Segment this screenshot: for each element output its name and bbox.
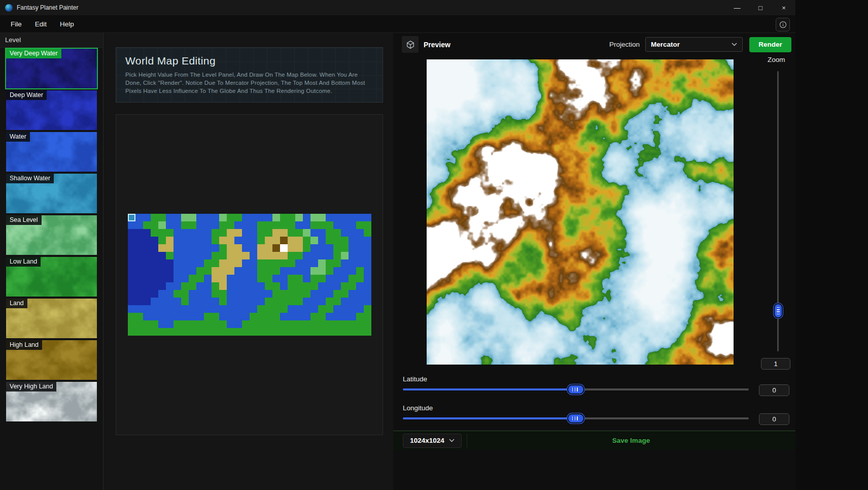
map-cell[interactable]	[280, 237, 288, 244]
map-cell[interactable]	[234, 282, 242, 290]
map-cell[interactable]	[318, 282, 326, 290]
map-cell[interactable]	[158, 252, 166, 259]
map-cell[interactable]	[196, 237, 204, 244]
map-cell[interactable]	[356, 320, 364, 328]
map-cell[interactable]	[303, 237, 310, 244]
map-cell[interactable]	[303, 267, 310, 275]
map-cell[interactable]	[204, 229, 212, 237]
map-cell[interactable]	[204, 259, 212, 267]
menu-edit[interactable]: Edit	[28, 17, 53, 31]
map-cell[interactable]	[189, 221, 196, 229]
map-cell[interactable]	[272, 328, 280, 336]
map-cell[interactable]	[189, 320, 196, 328]
map-cell[interactable]	[173, 237, 181, 244]
map-cell[interactable]	[219, 320, 227, 328]
map-cell[interactable]	[310, 298, 318, 305]
map-cell[interactable]	[181, 244, 189, 252]
map-cell[interactable]	[288, 229, 295, 237]
map-cell[interactable]	[341, 275, 349, 282]
map-cell[interactable]	[166, 282, 173, 290]
map-cell[interactable]	[128, 298, 135, 305]
map-cell[interactable]	[265, 244, 272, 252]
map-cell[interactable]	[242, 237, 250, 244]
zoom-value[interactable]: 1	[761, 358, 790, 370]
map-cell[interactable]	[265, 275, 272, 282]
map-cell[interactable]	[181, 259, 189, 267]
map-cell[interactable]	[189, 282, 196, 290]
map-cell[interactable]	[151, 305, 158, 313]
map-cell[interactable]	[333, 305, 341, 313]
map-cell[interactable]	[303, 252, 310, 259]
map-cell[interactable]	[250, 229, 257, 237]
map-cell[interactable]	[196, 244, 204, 252]
map-cell[interactable]	[242, 313, 250, 320]
map-cell[interactable]	[158, 259, 166, 267]
map-cell[interactable]	[318, 221, 326, 229]
map-cell[interactable]	[318, 290, 326, 298]
map-cell[interactable]	[356, 282, 364, 290]
map-cell[interactable]	[288, 290, 295, 298]
map-cell[interactable]	[310, 221, 318, 229]
map-cell[interactable]	[333, 267, 341, 275]
longitude-slider-thumb[interactable]	[568, 414, 583, 422]
map-cell[interactable]	[166, 290, 173, 298]
map-cell[interactable]	[272, 298, 280, 305]
map-cell[interactable]	[265, 237, 272, 244]
level-item-very-high-land[interactable]: Very High Land	[5, 381, 98, 422]
map-cell[interactable]	[189, 214, 196, 221]
map-cell[interactable]	[189, 237, 196, 244]
map-cell[interactable]	[212, 290, 219, 298]
map-cell[interactable]	[212, 313, 219, 320]
map-cell[interactable]	[135, 214, 143, 221]
map-cell[interactable]	[189, 328, 196, 336]
map-cell[interactable]	[295, 252, 303, 259]
map-cell[interactable]	[166, 267, 173, 275]
map-cell[interactable]	[280, 320, 288, 328]
map-cell[interactable]	[333, 298, 341, 305]
map-cell[interactable]	[173, 320, 181, 328]
map-cell[interactable]	[257, 275, 265, 282]
map-cell[interactable]	[288, 282, 295, 290]
map-cell[interactable]	[227, 237, 234, 244]
map-cell[interactable]	[265, 221, 272, 229]
map-cell[interactable]	[242, 282, 250, 290]
map-cell[interactable]	[356, 290, 364, 298]
map-cell[interactable]	[242, 305, 250, 313]
map-cell[interactable]	[212, 305, 219, 313]
map-cell[interactable]	[288, 313, 295, 320]
map-cell[interactable]	[181, 267, 189, 275]
map-cell[interactable]	[173, 290, 181, 298]
map-cell[interactable]	[189, 244, 196, 252]
map-cell[interactable]	[196, 282, 204, 290]
map-cell[interactable]	[204, 298, 212, 305]
map-cell[interactable]	[173, 282, 181, 290]
map-cell[interactable]	[181, 275, 189, 282]
map-cell[interactable]	[364, 214, 371, 221]
map-cell[interactable]	[151, 282, 158, 290]
map-cell[interactable]	[280, 282, 288, 290]
map-cell[interactable]	[250, 221, 257, 229]
map-cell[interactable]	[128, 313, 135, 320]
map-cell[interactable]	[272, 214, 280, 221]
map-cell[interactable]	[173, 275, 181, 282]
longitude-value[interactable]: 0	[759, 413, 789, 425]
map-cell[interactable]	[196, 305, 204, 313]
map-cell[interactable]	[166, 252, 173, 259]
map-cell[interactable]	[166, 221, 173, 229]
map-cell[interactable]	[310, 320, 318, 328]
map-cell[interactable]	[128, 252, 135, 259]
map-cell[interactable]	[295, 214, 303, 221]
map-cell[interactable]	[212, 252, 219, 259]
map-cell[interactable]	[151, 290, 158, 298]
map-cell[interactable]	[356, 328, 364, 336]
map-cell[interactable]	[303, 305, 310, 313]
map-cell[interactable]	[234, 313, 242, 320]
map-cell[interactable]	[272, 229, 280, 237]
map-cell[interactable]	[326, 275, 333, 282]
map-cell[interactable]	[181, 328, 189, 336]
map-cell[interactable]	[196, 320, 204, 328]
map-cell[interactable]	[196, 229, 204, 237]
map-cell[interactable]	[341, 282, 349, 290]
map-cell[interactable]	[166, 320, 173, 328]
map-cell[interactable]	[310, 328, 318, 336]
